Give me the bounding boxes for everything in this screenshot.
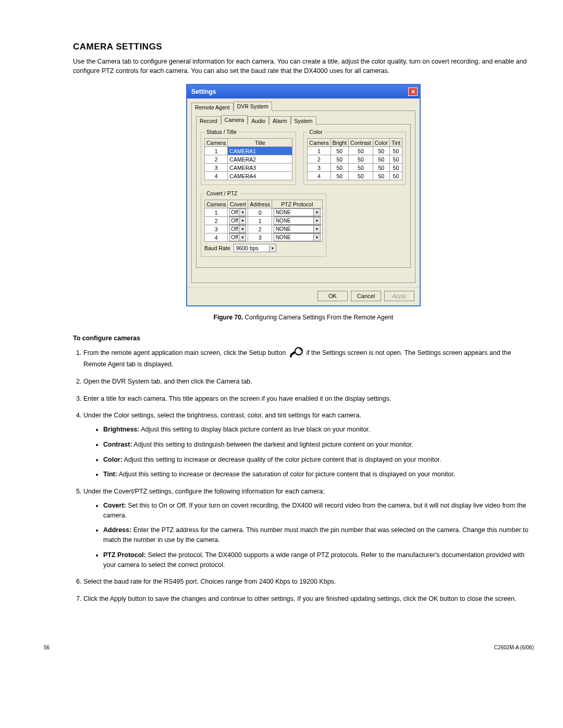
step-4: Under the Color settings, select the bri…: [83, 411, 534, 479]
table-row: 250505050: [308, 155, 402, 164]
table-row: 4 Off▼ 3 NONE▼: [205, 233, 323, 242]
bullet: PTZ Protocol: Select the protocol. The D…: [103, 550, 534, 570]
table-row: 2 Off▼ 1 NONE▼: [205, 217, 323, 225]
tab-camera[interactable]: Camera: [221, 115, 248, 125]
bullet: Tint: Adjust this setting to increase or…: [103, 470, 534, 479]
covert-select: Off▼: [229, 225, 246, 233]
page-heading: CAMERA SETTINGS: [73, 42, 534, 52]
chevron-down-icon: ▼: [239, 226, 246, 232]
chevron-down-icon: ▼: [239, 209, 246, 216]
chevron-down-icon: ▼: [313, 234, 320, 241]
covert-select: Off▼: [229, 233, 246, 241]
table-row: 2CAMERA2: [205, 155, 292, 164]
step-6: Select the baud rate for the RS495 port.…: [83, 577, 534, 587]
table-row: 150505050: [308, 147, 402, 155]
status-title-legend: Status / Title: [204, 129, 239, 135]
covert-select: Off▼: [229, 208, 246, 216]
baud-rate-label: Baud Rate: [204, 245, 230, 251]
chevron-down-icon: ▼: [269, 245, 276, 252]
bullet: Color: Adjust this setting to increase o…: [103, 455, 534, 465]
tab-alarm[interactable]: Alarm: [269, 116, 290, 125]
chevron-down-icon: ▼: [313, 226, 320, 232]
svg-rect-1: [290, 351, 296, 356]
status-title-table: Camera Title 1CAMERA1 2CAMERA2 3CAMERA3 …: [204, 138, 292, 180]
step-1: From the remote agent application main s…: [83, 347, 534, 369]
tab-audio[interactable]: Audio: [248, 116, 269, 125]
close-icon[interactable]: ✕: [408, 88, 418, 96]
bullet: Brightness: Adjust this setting to displ…: [103, 425, 534, 435]
chevron-down-icon: ▼: [313, 217, 320, 224]
chevron-down-icon: ▼: [239, 234, 246, 241]
step-5: Under the Covert/PTZ settings, configure…: [83, 487, 534, 570]
tab-remote-agent[interactable]: Remote Agent: [191, 103, 234, 111]
dialog-screenshot: Settings ✕ Remote Agent DVR System Recor…: [73, 84, 534, 306]
ok-button[interactable]: OK: [317, 291, 348, 301]
bullet: Address: Enter the PTZ address for the c…: [103, 525, 534, 545]
doc-id: C2602M-A (6/06): [494, 645, 534, 650]
dialog-titlebar: Settings ✕: [187, 85, 420, 98]
table-row: 3CAMERA3: [205, 164, 292, 172]
subheading: To configure cameras: [73, 335, 534, 342]
baud-rate-select[interactable]: 9600 bps ▼: [234, 244, 276, 252]
step-2: Open the DVR System tab, and then click …: [83, 377, 534, 387]
ptz-protocol-select: NONE▼: [274, 225, 321, 233]
table-row: 3 Off▼ 2 NONE▼: [205, 225, 323, 233]
covert-select: Off▼: [229, 217, 246, 225]
figure-caption: Figure 70. Configuring Camera Settings F…: [73, 314, 534, 321]
ptz-protocol-select: NONE▼: [274, 217, 321, 225]
table-row: 1 Off▼ 0 NONE▼: [205, 208, 323, 217]
steps-list: From the remote agent application main s…: [83, 347, 534, 604]
apply-button[interactable]: Apply: [384, 291, 414, 301]
bullet: Covert: Set this to On or Off. If your t…: [103, 501, 534, 521]
tab-record[interactable]: Record: [196, 116, 221, 125]
color-legend: Color: [307, 129, 324, 135]
step-7: Click the Apply button to save the chang…: [83, 594, 534, 604]
intro-text: Use the Camera tab to configure general …: [73, 57, 534, 76]
step-3: Enter a title for each camera. This titl…: [83, 394, 534, 404]
covert-ptz-legend: Covert / PTZ: [204, 190, 240, 196]
chevron-down-icon: ▼: [239, 217, 246, 224]
color-table: Camera Bright Contrast Color Tint 150505…: [307, 138, 402, 180]
table-row: 450505050: [308, 172, 402, 180]
ptz-protocol-select: NONE▼: [274, 208, 321, 216]
table-row: 350505050: [308, 164, 402, 172]
chevron-down-icon: ▼: [313, 209, 320, 216]
cancel-button[interactable]: Cancel: [351, 291, 381, 301]
dialog-title: Settings: [191, 88, 216, 95]
tab-system[interactable]: System: [291, 116, 316, 125]
tab-dvr-system[interactable]: DVR System: [234, 102, 272, 111]
table-row: 1CAMERA1: [205, 147, 292, 155]
ptz-protocol-select: NONE▼: [274, 233, 321, 241]
table-row: 4CAMERA4: [205, 172, 292, 180]
setup-wrench-icon: [289, 347, 303, 360]
bullet: Contrast: Adjust this setting to disting…: [103, 440, 534, 450]
covert-ptz-table: Camera Covert Address PTZ Protocol 1 Off…: [204, 200, 323, 242]
svg-point-2: [290, 355, 292, 357]
page-number: 56: [44, 645, 50, 650]
